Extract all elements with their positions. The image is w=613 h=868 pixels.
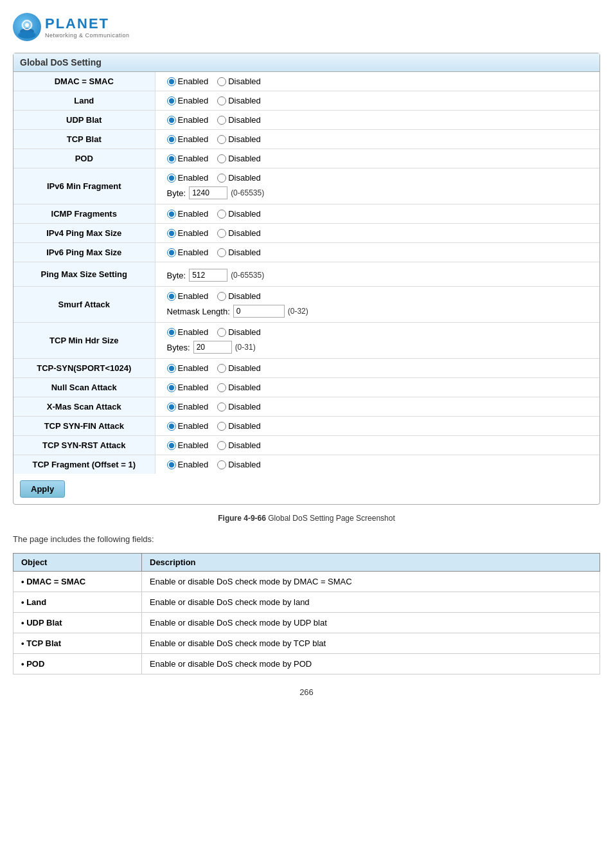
label-enabled-icmp-fragments: Enabled — [178, 209, 209, 219]
label-disabled-udp-blat: Disabled — [228, 115, 261, 125]
label-disabled-ipv6-ping-max-size: Disabled — [228, 248, 261, 257]
label-enabled-null-scan-attack: Enabled — [178, 383, 209, 392]
radio-disabled-tcp-blat[interactable] — [217, 135, 226, 144]
radio-disabled-tcp-syn-sport[interactable] — [217, 364, 226, 373]
radio-enabled-icmp-fragments[interactable] — [167, 210, 176, 219]
radio-disabled-udp-blat[interactable] — [217, 116, 226, 125]
radio-enabled-ipv4-ping-max-size[interactable] — [167, 229, 176, 238]
row-label-tcp-syn-fin-attack: TCP SYN-FIN Attack — [13, 417, 155, 436]
field-object: TCP Blat — [13, 633, 142, 654]
netmask-input-smurf-attack[interactable] — [233, 305, 285, 318]
description-text: The page includes the following fields: — [13, 534, 600, 544]
radio-enabled-ipv6-ping-max-size[interactable] — [167, 248, 176, 257]
label-disabled-pod: Disabled — [228, 154, 261, 163]
row-value-icmp-fragments: EnabledDisabled — [155, 204, 600, 224]
label-disabled-tcp-syn-rst-attack: Disabled — [228, 440, 261, 450]
radio-enabled-tcp-min-hdr-size[interactable] — [167, 328, 176, 337]
radio-enabled-ipv6-min-fragment[interactable] — [167, 174, 176, 183]
row-value-ipv6-ping-max-size: EnabledDisabled — [155, 243, 600, 262]
settings-row-tcp-syn-sport: TCP-SYN(SPORT<1024)EnabledDisabled — [13, 359, 600, 378]
brand-subtitle: Networking & Communication — [45, 32, 130, 39]
brand-name: PLANET — [45, 15, 130, 32]
radio-enabled-tcp-syn-rst-attack[interactable] — [167, 441, 176, 450]
radio-enabled-land[interactable] — [167, 96, 176, 105]
byte-input-ipv6-min-fragment[interactable] — [189, 186, 227, 199]
radio-enabled-dmac-smac[interactable] — [167, 77, 176, 86]
field-description: Enable or disable DoS check mode by UDP … — [142, 613, 600, 633]
label-disabled-tcp-syn-sport: Disabled — [228, 363, 261, 373]
row-value-udp-blat: EnabledDisabled — [155, 111, 600, 130]
radio-enabled-smurf-attack[interactable] — [167, 292, 176, 301]
fields-table: Object Description DMAC = SMACEnable or … — [13, 553, 600, 674]
radio-disabled-smurf-attack[interactable] — [217, 292, 226, 301]
label-disabled-ipv4-ping-max-size: Disabled — [228, 228, 261, 238]
row-value-tcp-fragment-offset: EnabledDisabled — [155, 455, 600, 475]
settings-row-land: LandEnabledDisabled — [13, 91, 600, 111]
radio-enabled-null-scan-attack[interactable] — [167, 383, 176, 392]
label-disabled-icmp-fragments: Disabled — [228, 209, 261, 219]
row-label-dmac-smac: DMAC = SMAC — [13, 72, 155, 91]
settings-row-ipv6-ping-max-size: IPv6 Ping Max SizeEnabledDisabled — [13, 243, 600, 262]
radio-disabled-dmac-smac[interactable] — [217, 77, 226, 86]
label-enabled-udp-blat: Enabled — [178, 115, 209, 125]
col-header-description: Description — [142, 554, 600, 572]
apply-button[interactable]: Apply — [20, 480, 65, 498]
settings-row-tcp-fragment-offset: TCP Fragment (Offset = 1)EnabledDisabled — [13, 455, 600, 475]
label-enabled-tcp-syn-sport: Enabled — [178, 363, 209, 373]
label-enabled-tcp-syn-rst-attack: Enabled — [178, 440, 209, 450]
label-enabled-ipv4-ping-max-size: Enabled — [178, 228, 209, 238]
row-label-tcp-syn-rst-attack: TCP SYN-RST Attack — [13, 436, 155, 455]
radio-enabled-pod[interactable] — [167, 154, 176, 163]
row-value-smurf-attack: EnabledDisabledNetmask Length:(0-32) — [155, 287, 600, 323]
radio-enabled-tcp-blat[interactable] — [167, 135, 176, 144]
logo-text: PLANET Networking & Communication — [45, 15, 130, 39]
radio-enabled-tcp-syn-sport[interactable] — [167, 364, 176, 373]
field-object: UDP Blat — [13, 613, 142, 633]
row-label-ping-max-size-setting: Ping Max Size Setting — [13, 262, 155, 287]
label-enabled-x-mas-scan-attack: Enabled — [178, 402, 209, 411]
label-disabled-tcp-fragment-offset: Disabled — [228, 460, 261, 469]
settings-row-ipv6-min-fragment: IPv6 Min FragmentEnabledDisabledByte:(0-… — [13, 168, 600, 204]
radio-disabled-icmp-fragments[interactable] — [217, 210, 226, 219]
label-disabled-land: Disabled — [228, 96, 261, 105]
row-label-udp-blat: UDP Blat — [13, 111, 155, 130]
row-label-ipv6-ping-max-size: IPv6 Ping Max Size — [13, 243, 155, 262]
col-header-object: Object — [13, 554, 142, 572]
radio-enabled-tcp-fragment-offset[interactable] — [167, 460, 176, 469]
label-enabled-ipv6-ping-max-size: Enabled — [178, 248, 209, 257]
radio-disabled-ipv4-ping-max-size[interactable] — [217, 229, 226, 238]
svg-point-3 — [25, 23, 29, 27]
radio-disabled-tcp-syn-rst-attack[interactable] — [217, 441, 226, 450]
row-label-ipv6-min-fragment: IPv6 Min Fragment — [13, 168, 155, 204]
radio-disabled-tcp-min-hdr-size[interactable] — [217, 328, 226, 337]
row-value-ipv4-ping-max-size: EnabledDisabled — [155, 224, 600, 243]
row-value-ping-max-size-setting: Byte:(0-65535) — [155, 262, 600, 287]
dos-setting-panel: Global DoS Setting DMAC = SMACEnabledDis… — [13, 53, 600, 505]
field-object: DMAC = SMAC — [13, 572, 142, 592]
settings-row-ping-max-size-setting: Ping Max Size SettingByte:(0-65535) — [13, 262, 600, 287]
radio-disabled-pod[interactable] — [217, 154, 226, 163]
settings-row-icmp-fragments: ICMP FragmentsEnabledDisabled — [13, 204, 600, 224]
radio-disabled-ipv6-min-fragment[interactable] — [217, 174, 226, 183]
label-enabled-tcp-syn-fin-attack: Enabled — [178, 421, 209, 431]
radio-disabled-tcp-syn-fin-attack[interactable] — [217, 422, 226, 431]
label-disabled-tcp-syn-fin-attack: Disabled — [228, 421, 261, 431]
bytes-input-tcp-min-hdr-size[interactable] — [193, 341, 232, 354]
settings-row-x-mas-scan-attack: X-Mas Scan AttackEnabledDisabled — [13, 397, 600, 417]
radio-disabled-ipv6-ping-max-size[interactable] — [217, 248, 226, 257]
row-label-ipv4-ping-max-size: IPv4 Ping Max Size — [13, 224, 155, 243]
byte-input-ping-max-size-setting[interactable] — [189, 269, 227, 282]
row-label-icmp-fragments: ICMP Fragments — [13, 204, 155, 224]
table-row: PODEnable or disable DoS check mode by P… — [13, 654, 600, 674]
radio-enabled-tcp-syn-fin-attack[interactable] — [167, 422, 176, 431]
row-value-tcp-syn-rst-attack: EnabledDisabled — [155, 436, 600, 455]
radio-disabled-x-mas-scan-attack[interactable] — [217, 402, 226, 411]
settings-row-udp-blat: UDP BlatEnabledDisabled — [13, 111, 600, 130]
radio-disabled-land[interactable] — [217, 96, 226, 105]
radio-disabled-tcp-fragment-offset[interactable] — [217, 460, 226, 469]
radio-enabled-x-mas-scan-attack[interactable] — [167, 402, 176, 411]
radio-disabled-null-scan-attack[interactable] — [217, 383, 226, 392]
settings-row-pod: PODEnabledDisabled — [13, 149, 600, 168]
logo-icon — [13, 13, 41, 41]
radio-enabled-udp-blat[interactable] — [167, 116, 176, 125]
